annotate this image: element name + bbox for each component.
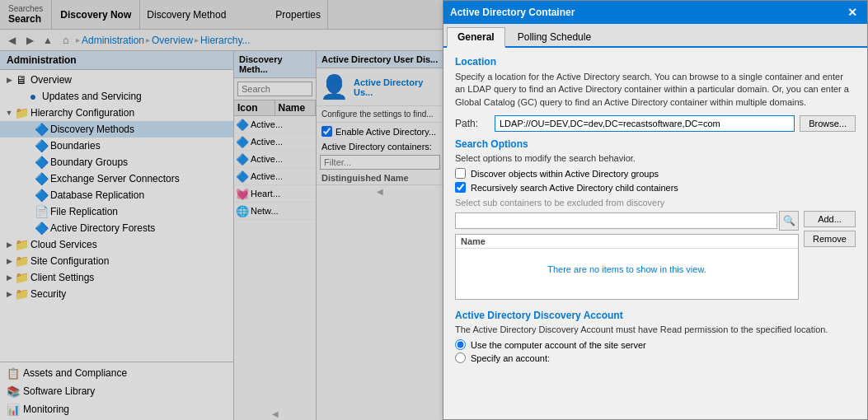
checkbox-groups-label: Discover objects within Active Directory… [471, 169, 659, 179]
search-options-label: Search Options [455, 138, 856, 150]
modal-content: Location Specify a location for the Acti… [443, 48, 867, 419]
radio-computer-account: Use the computer account of the site ser… [455, 339, 856, 350]
location-label: Location [455, 56, 856, 68]
modal-tabs: General Polling Schedule [443, 24, 867, 48]
ad-account-label: Active Directory Discovery Account [455, 310, 856, 321]
checkbox-discover-groups: Discover objects within Active Directory… [455, 168, 856, 179]
modal-title: Active Directory Container [450, 7, 575, 18]
remove-button[interactable]: Remove [804, 231, 856, 247]
modal-titlebar: Active Directory Container ✕ [443, 1, 867, 24]
sub-containers-label: Select sub containers to be excluded fro… [455, 198, 856, 208]
sub-search-button[interactable]: 🔍 [779, 211, 799, 231]
sub-list-empty: There are no items to show in this view. [456, 249, 798, 290]
checkbox-recursive: Recursively search Active Directory chil… [455, 182, 856, 193]
path-input[interactable] [495, 115, 795, 132]
modal-tab-general[interactable]: General [447, 27, 505, 48]
path-label: Path: [455, 118, 488, 129]
checkbox-recursive-input[interactable] [455, 182, 466, 193]
sub-list-section: 🔍 Name There are no items to show in thi… [455, 211, 799, 303]
sub-section: 🔍 Name There are no items to show in thi… [455, 211, 856, 303]
sub-list: Name There are no items to show in this … [455, 234, 799, 300]
browse-button[interactable]: Browse... [800, 115, 856, 132]
path-field-row: Path: Browse... [455, 115, 856, 132]
checkbox-groups-input[interactable] [455, 168, 466, 179]
radio-specify-account: Specify an account: [455, 352, 856, 363]
radio-specify-account-label: Specify an account: [471, 353, 550, 363]
radio-computer-account-label: Use the computer account of the site ser… [471, 340, 646, 350]
modal-close-button[interactable]: ✕ [844, 4, 861, 21]
radio-computer-account-input[interactable] [455, 339, 466, 350]
modal-dialog: Active Directory Container ✕ General Pol… [443, 0, 868, 420]
location-desc: Specify a location for the Active Direct… [455, 71, 856, 109]
sub-search-row: 🔍 [455, 211, 799, 231]
add-button[interactable]: Add... [804, 211, 856, 227]
modal-tab-polling[interactable]: Polling Schedule [507, 27, 602, 46]
checkbox-recursive-label: Recursively search Active Directory chil… [471, 183, 678, 193]
sub-search-input[interactable] [455, 212, 777, 229]
modal-overlay: Active Directory Container ✕ General Pol… [0, 0, 868, 420]
sub-list-header: Name [456, 235, 798, 249]
options-desc: Select options to modify the search beha… [455, 153, 856, 163]
radio-specify-account-input[interactable] [455, 352, 466, 363]
ad-account-desc: The Active Directory Discovery Account m… [455, 324, 856, 334]
add-remove-buttons: Add... Remove [804, 211, 856, 247]
